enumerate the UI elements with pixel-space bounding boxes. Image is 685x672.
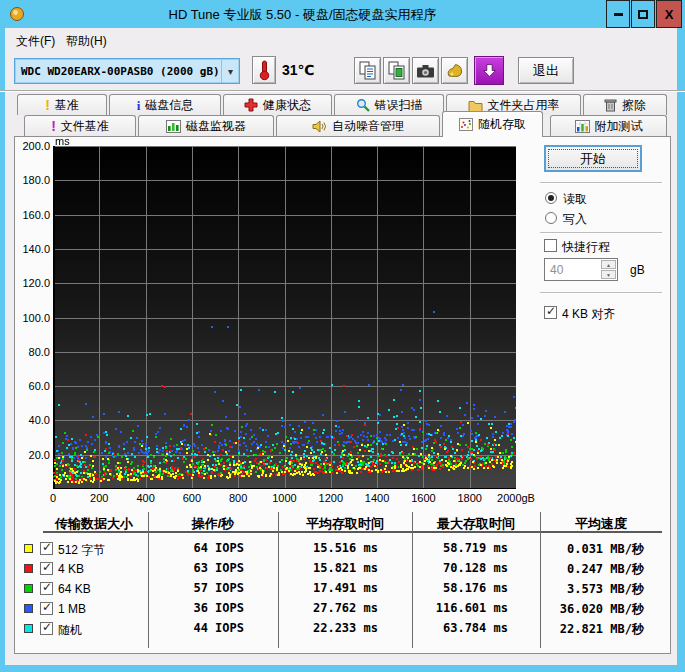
header-rule <box>43 531 662 533</box>
temperature-value: 31℃ <box>282 62 315 78</box>
series-checkbox-1mb[interactable] <box>40 602 53 615</box>
options-button[interactable] <box>441 57 468 84</box>
exclamation-icon: ! <box>51 119 56 133</box>
window-title: HD Tune 专业版 5.50 - 硬盘/固态硬盘实用程序 <box>0 6 605 24</box>
update-button[interactable] <box>474 56 504 85</box>
copy-text-icon <box>358 61 377 80</box>
thermometer-icon <box>259 59 270 81</box>
menu-help[interactable]: 帮助(H) <box>60 32 113 50</box>
tab-label: 基准 <box>55 97 79 114</box>
capacity-value: 40 <box>550 263 563 277</box>
x-tick-label: 0 <box>27 492 79 504</box>
max-access-value: 58.176 ms <box>412 581 508 595</box>
tab-error-scan[interactable]: 错误扫描 <box>334 94 444 115</box>
separator <box>540 292 662 294</box>
separator <box>540 182 662 184</box>
drive-selector[interactable]: WDC WD20EARX-00PASB0 (2000 gB) ▾ <box>14 58 240 84</box>
avg-access-value: 27.762 ms <box>278 601 378 615</box>
series-swatch <box>24 624 33 633</box>
spin-down-icon[interactable]: ▼ <box>601 270 616 279</box>
write-radio[interactable] <box>545 212 557 224</box>
options-icon <box>445 62 464 80</box>
y-tick-label: 80.0 <box>2 346 50 358</box>
series-checkbox-64kb[interactable] <box>40 582 53 595</box>
tab-random-access[interactable]: 随机存取 <box>442 111 543 137</box>
series-label[interactable]: 4 KB <box>58 562 84 576</box>
trash-icon <box>604 98 617 112</box>
bar-chart-icon <box>166 120 181 133</box>
max-access-value: 58.719 ms <box>412 541 508 555</box>
close-icon: X <box>665 7 674 22</box>
copy-image-icon <box>387 61 406 80</box>
tab-erase[interactable]: 擦除 <box>583 94 667 115</box>
tab-disk-info[interactable]: i 磁盘信息 <box>109 94 221 115</box>
max-access-value: 116.601 ms <box>412 601 508 615</box>
start-button[interactable]: 开始 <box>544 145 642 172</box>
write-radio-label[interactable]: 写入 <box>563 211 587 228</box>
series-checkbox-random[interactable] <box>40 622 53 635</box>
series-swatch <box>24 584 33 593</box>
series-label[interactable]: 512 字节 <box>58 542 105 559</box>
separator <box>540 232 662 234</box>
tab-label: 随机存取 <box>478 116 526 133</box>
x-tick-label: 1200 <box>305 492 357 504</box>
series-checkbox-4kb[interactable] <box>40 562 53 575</box>
capacity-unit-label: gB <box>630 263 645 277</box>
camera-icon <box>416 63 435 79</box>
info-icon: i <box>137 99 141 112</box>
series-swatch <box>24 604 33 613</box>
max-access-value: 63.784 ms <box>412 621 508 635</box>
screenshot-button[interactable] <box>412 57 439 84</box>
copy-image-button[interactable] <box>383 57 410 84</box>
y-tick-label: 160.0 <box>2 209 50 221</box>
random-access-scatter-canvas <box>53 146 516 489</box>
avg-speed-value: 0.247 MB/秒 <box>540 561 644 578</box>
x-tick-label: 2000gB <box>490 492 542 504</box>
avg-speed-value: 0.031 MB/秒 <box>540 541 644 558</box>
tab-label: 错误扫描 <box>375 97 423 114</box>
iops-value: 44 IOPS <box>148 621 244 635</box>
tab-extra-tests[interactable]: 附加测试 <box>550 115 667 136</box>
iops-value: 64 IOPS <box>148 541 244 555</box>
chart-grid-icon <box>575 120 590 133</box>
copy-text-button[interactable] <box>354 57 381 84</box>
chevron-down-icon[interactable]: ▾ <box>221 59 239 83</box>
series-label[interactable]: 1 MB <box>58 602 86 616</box>
drive-selector-value: WDC WD20EARX-00PASB0 (2000 gB) <box>21 65 220 78</box>
align-4kb-checkbox[interactable] <box>544 306 557 319</box>
menu-file[interactable]: 文件(F) <box>10 32 61 50</box>
x-tick-label: 1000 <box>259 492 311 504</box>
x-tick-label: 800 <box>212 492 264 504</box>
y-tick-label: 60.0 <box>2 380 50 392</box>
folder-icon <box>468 99 483 112</box>
spin-up-icon[interactable]: ▲ <box>601 260 616 269</box>
temperature-button[interactable] <box>252 56 276 84</box>
toolbar-divider <box>0 90 685 91</box>
y-tick-label: 180.0 <box>2 174 50 186</box>
tab-benchmark[interactable]: ! 基准 <box>17 94 107 115</box>
close-button[interactable]: X <box>656 0 682 28</box>
read-radio-label[interactable]: 读取 <box>563 191 587 208</box>
tab-aam[interactable]: 自动噪音管理 <box>276 115 440 136</box>
minimize-button[interactable] <box>606 0 630 28</box>
download-arrow-icon <box>482 63 497 78</box>
series-checkbox-512b[interactable] <box>40 542 53 555</box>
y-tick-label: 100.0 <box>2 312 50 324</box>
exit-button[interactable]: 退出 <box>518 57 574 84</box>
maximize-icon <box>638 10 648 19</box>
tab-file-benchmark[interactable]: ! 文件基准 <box>24 115 136 136</box>
capacity-spinner[interactable]: 40 ▲ ▼ <box>544 258 618 281</box>
maximize-button[interactable] <box>631 0 655 28</box>
tab-disk-monitor[interactable]: 磁盘监视器 <box>138 115 274 136</box>
align-4kb-label[interactable]: 4 KB 对齐 <box>562 306 615 323</box>
short-stroke-checkbox[interactable] <box>544 239 557 252</box>
title-bar: HD Tune 专业版 5.50 - 硬盘/固态硬盘实用程序 X <box>0 0 685 28</box>
avg-speed-value: 22.821 MB/秒 <box>540 621 644 638</box>
tab-health[interactable]: 健康状态 <box>223 94 332 115</box>
read-radio[interactable] <box>545 192 557 204</box>
short-stroke-label[interactable]: 快捷行程 <box>562 239 610 256</box>
series-label[interactable]: 64 KB <box>58 582 91 596</box>
exclamation-icon: ! <box>45 98 50 112</box>
tab-label: 附加测试 <box>595 118 643 135</box>
series-label[interactable]: 随机 <box>58 622 82 639</box>
